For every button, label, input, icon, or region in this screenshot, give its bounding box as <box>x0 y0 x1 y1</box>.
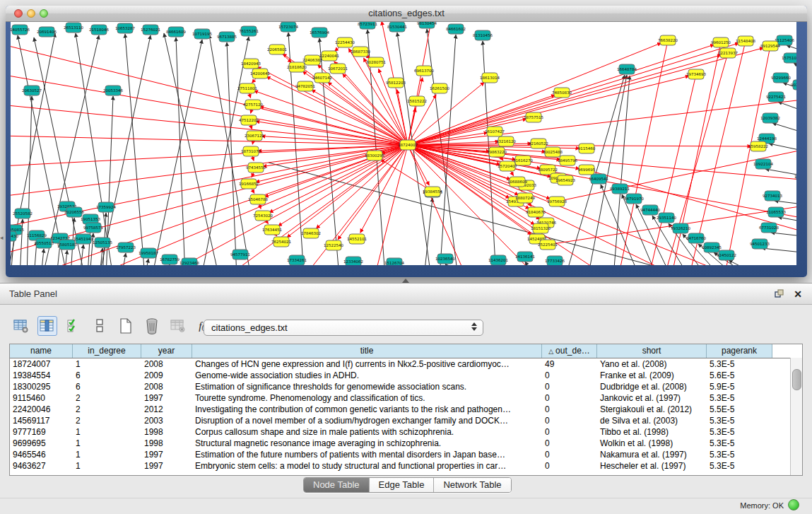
graph-node[interactable] <box>12 25 28 35</box>
graph-node[interactable] <box>162 255 177 264</box>
graph-edge[interactable] <box>11 74 408 145</box>
graph-node[interactable] <box>533 223 548 233</box>
graph-node[interactable] <box>243 146 259 156</box>
graph-node[interactable] <box>688 233 704 243</box>
table-row[interactable]: 2242004622012Investigating the contribut… <box>10 404 790 415</box>
graph-edge[interactable] <box>778 102 796 113</box>
graph-node[interactable] <box>490 255 506 265</box>
network-canvas[interactable]: 1405572620691406265131102151804610653287… <box>11 22 796 265</box>
graph-node[interactable] <box>15 209 30 218</box>
graph-node[interactable] <box>360 22 375 29</box>
graph-node[interactable] <box>241 115 257 125</box>
graph-node[interactable] <box>619 64 635 74</box>
graph-node[interactable] <box>777 35 792 45</box>
graph-node[interactable] <box>547 256 563 265</box>
graph-node[interactable] <box>761 223 777 233</box>
graph-node[interactable] <box>626 194 642 204</box>
graph-node[interactable] <box>659 213 674 223</box>
graph-node[interactable] <box>560 156 575 165</box>
graph-node[interactable] <box>688 69 704 79</box>
column-header-out_de[interactable]: △out_de… <box>542 344 597 358</box>
graph-edge[interactable] <box>145 259 148 265</box>
graph-node[interactable] <box>252 69 268 78</box>
graph-node[interactable] <box>515 156 531 165</box>
graph-node[interactable] <box>322 51 337 61</box>
graph-node[interactable] <box>182 258 197 265</box>
graph-node[interactable] <box>66 23 81 33</box>
graph-node[interactable] <box>751 141 766 151</box>
graph-node[interactable] <box>349 234 365 244</box>
graph-node[interactable] <box>531 139 546 148</box>
graph-edge[interactable] <box>99 35 151 265</box>
graph-node[interactable] <box>337 37 353 47</box>
create-table-icon[interactable] <box>116 316 136 336</box>
scrollbar-thumb[interactable] <box>792 369 801 390</box>
graph-node[interactable] <box>245 100 261 110</box>
graph-edge[interactable] <box>762 248 796 253</box>
graph-node[interactable] <box>11 231 16 241</box>
graph-edge[interactable] <box>64 250 67 265</box>
close-panel-icon[interactable]: ✕ <box>794 288 802 300</box>
graph-node[interactable] <box>353 47 368 57</box>
graph-node[interactable] <box>389 22 405 32</box>
graph-node[interactable] <box>243 59 259 69</box>
graph-edge[interactable] <box>765 169 796 177</box>
graph-node[interactable] <box>517 252 533 262</box>
graph-node[interactable] <box>368 57 384 67</box>
zoom-button[interactable] <box>40 9 48 18</box>
graph-node[interactable] <box>784 53 796 63</box>
graph-node[interactable] <box>487 127 502 136</box>
graph-node[interactable] <box>39 27 54 37</box>
graph-node[interactable] <box>773 73 789 83</box>
graph-node[interactable] <box>409 96 425 106</box>
graph-node[interactable] <box>24 86 40 95</box>
graph-node[interactable] <box>510 177 525 187</box>
graph-node[interactable] <box>738 36 753 46</box>
graph-node[interactable] <box>168 27 184 37</box>
graph-node[interactable] <box>387 258 402 265</box>
graph-node[interactable] <box>752 239 767 249</box>
graph-node[interactable] <box>255 211 271 221</box>
graph-edge[interactable] <box>408 55 721 145</box>
graph-node[interactable] <box>117 23 133 33</box>
graph-edge[interactable] <box>408 48 763 145</box>
row-height-icon[interactable] <box>90 316 110 336</box>
graph-node[interactable] <box>765 191 780 201</box>
graph-node[interactable] <box>98 202 114 212</box>
graph-node[interactable] <box>704 243 719 252</box>
graph-node[interactable] <box>346 257 361 265</box>
graph-node[interactable] <box>549 197 565 206</box>
table-row[interactable]: 1872400712008Changes of HCN gene express… <box>10 358 790 370</box>
table-row[interactable]: 946362711997Embryonic stem cells: a mode… <box>10 460 790 472</box>
graph-edge[interactable] <box>408 133 488 145</box>
tab-network-table[interactable]: Network Table <box>434 478 510 492</box>
graph-node[interactable] <box>273 237 289 247</box>
graph-node[interactable] <box>36 238 52 248</box>
graph-node[interactable] <box>768 92 784 102</box>
table-row[interactable]: 1830029562008Estimation of significance … <box>10 381 790 392</box>
graph-node[interactable] <box>91 25 107 35</box>
graph-node[interactable] <box>250 194 266 204</box>
column-header-year[interactable]: year <box>141 344 192 358</box>
graph-edge[interactable] <box>729 260 762 265</box>
graph-node[interactable] <box>432 83 447 93</box>
graph-node[interactable] <box>281 22 296 32</box>
graph-node[interactable] <box>673 223 688 233</box>
table-selector-dropdown[interactable]: citations_edges.txt <box>204 320 483 336</box>
graph-node[interactable] <box>141 248 156 258</box>
graph-node[interactable] <box>105 86 121 95</box>
graph-edge[interactable] <box>778 217 796 223</box>
graph-node[interactable] <box>400 140 416 150</box>
graph-edge[interactable] <box>287 145 408 238</box>
graph-edge[interactable] <box>41 249 44 265</box>
graph-node[interactable] <box>763 41 778 51</box>
graph-edge[interactable] <box>408 99 796 145</box>
graph-node[interactable] <box>86 223 101 233</box>
graph-edge[interactable] <box>176 37 185 265</box>
graph-node[interactable] <box>768 207 784 217</box>
graph-node[interactable] <box>289 62 305 72</box>
graph-node[interactable] <box>579 144 594 153</box>
panel-collapse-arrow[interactable]: ◂ <box>0 234 4 241</box>
column-header-title[interactable]: title <box>192 344 542 358</box>
window-titlebar[interactable]: citations_edges.txt <box>6 6 807 22</box>
